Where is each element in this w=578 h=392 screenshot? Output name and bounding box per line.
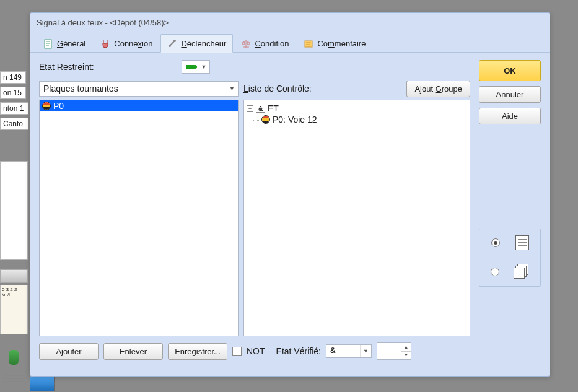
bg-label-3: nton 1 bbox=[0, 102, 28, 115]
collapse-icon[interactable]: − bbox=[247, 105, 253, 112]
chevron-down-icon[interactable]: ▼ bbox=[198, 61, 209, 73]
bg-thumbnail bbox=[30, 377, 55, 391]
bg-label-1: n 149 bbox=[0, 71, 26, 84]
etat-verifie-combo[interactable]: & ▼ bbox=[326, 344, 372, 358]
tab-connection[interactable]: Connexion bbox=[94, 34, 159, 53]
spinner-input[interactable] bbox=[377, 343, 401, 359]
documents-stack-icon bbox=[514, 264, 530, 280]
liste-controle-label: Liste de Contrôle: bbox=[243, 84, 312, 94]
tab-label: Déclencheur bbox=[181, 39, 226, 48]
bg-label-2: on 15 bbox=[0, 87, 26, 99]
items-listbox[interactable]: P0 bbox=[39, 100, 239, 336]
chevron-down-icon[interactable]: ▼ bbox=[226, 82, 238, 96]
bg-slider bbox=[1, 344, 27, 387]
etat-restreint-label: Etat Restreint: bbox=[39, 62, 177, 72]
etat-restreint-combo[interactable]: ▼ bbox=[182, 60, 210, 74]
enlever-button[interactable]: Enlever bbox=[103, 343, 163, 360]
svg-point-4 bbox=[247, 42, 250, 45]
document-icon bbox=[515, 235, 529, 250]
tab-bar: Général Connexion Déclencheur Condition … bbox=[30, 33, 550, 53]
chevron-down-icon[interactable]: ▼ bbox=[360, 345, 371, 357]
ajouter-button[interactable]: Ajouter bbox=[39, 343, 99, 360]
combo-value: Plaques tournantes bbox=[40, 82, 226, 96]
list-item-label: P0 bbox=[53, 101, 64, 111]
list-item[interactable]: P0 bbox=[40, 100, 238, 111]
category-combo[interactable]: Plaques tournantes ▼ bbox=[39, 81, 239, 97]
view-mode-panel bbox=[479, 229, 541, 287]
view-multi-radio[interactable] bbox=[491, 268, 499, 276]
tab-comment[interactable]: Commentaire bbox=[297, 34, 372, 53]
svg-rect-0 bbox=[45, 40, 51, 48]
enregistrer-button[interactable]: Enregistrer... bbox=[168, 343, 227, 360]
bg-gauge: 0 3 2 2 km/h bbox=[0, 285, 28, 334]
view-single-radio[interactable] bbox=[491, 238, 500, 247]
spinner-up-icon[interactable]: ▲ bbox=[401, 343, 411, 352]
signal-state-icon bbox=[182, 61, 198, 73]
tree-node-label: ET bbox=[268, 103, 279, 113]
value-spinner[interactable]: ▲ ▼ bbox=[377, 342, 411, 360]
annuler-button[interactable]: Annuler bbox=[479, 86, 541, 103]
tab-general[interactable]: Général bbox=[37, 34, 92, 53]
not-label: NOT bbox=[247, 346, 265, 356]
tree-child[interactable]: P0: Voie 12 bbox=[261, 114, 467, 125]
page-icon bbox=[43, 39, 53, 49]
tree-connector bbox=[253, 113, 259, 121]
dialog-title: Signal à deux feux - <Dépôt (04/58)> bbox=[30, 13, 550, 33]
plug-icon bbox=[100, 39, 110, 49]
combo-value: & bbox=[326, 345, 360, 357]
tree-root[interactable]: − & ET bbox=[247, 103, 467, 114]
note-icon bbox=[304, 39, 313, 49]
svg-point-3 bbox=[242, 42, 245, 45]
tab-label: Commentaire bbox=[317, 39, 366, 48]
tab-condition[interactable]: Condition bbox=[234, 34, 296, 53]
aide-button[interactable]: Aide bbox=[479, 108, 541, 124]
etat-verifie-label: Etat Vérifié: bbox=[276, 346, 321, 356]
tab-label: Condition bbox=[255, 39, 289, 48]
balance-icon bbox=[241, 39, 251, 49]
control-tree[interactable]: − & ET P0: Voie 12 bbox=[243, 100, 470, 336]
tab-label: Connexion bbox=[114, 39, 152, 48]
bg-label-4: Canto bbox=[0, 118, 28, 130]
and-operator-icon: & bbox=[256, 105, 265, 113]
signal-dialog: Signal à deux feux - <Dépôt (04/58)> Gén… bbox=[30, 12, 550, 377]
svg-rect-5 bbox=[305, 41, 312, 47]
turntable-icon bbox=[42, 102, 51, 110]
not-checkbox[interactable] bbox=[232, 347, 242, 356]
bg-panel bbox=[0, 161, 28, 260]
tree-node-label: P0: Voie 12 bbox=[273, 115, 317, 124]
switch-icon bbox=[167, 38, 177, 48]
bg-train-icon bbox=[0, 269, 28, 283]
ok-button[interactable]: OK bbox=[479, 60, 541, 81]
tab-label: Général bbox=[57, 39, 85, 48]
ajout-groupe-button[interactable]: Ajout Groupe bbox=[406, 81, 470, 97]
turntable-icon bbox=[261, 115, 270, 124]
tab-trigger[interactable]: Déclencheur bbox=[160, 34, 233, 53]
spinner-down-icon[interactable]: ▼ bbox=[401, 352, 411, 360]
